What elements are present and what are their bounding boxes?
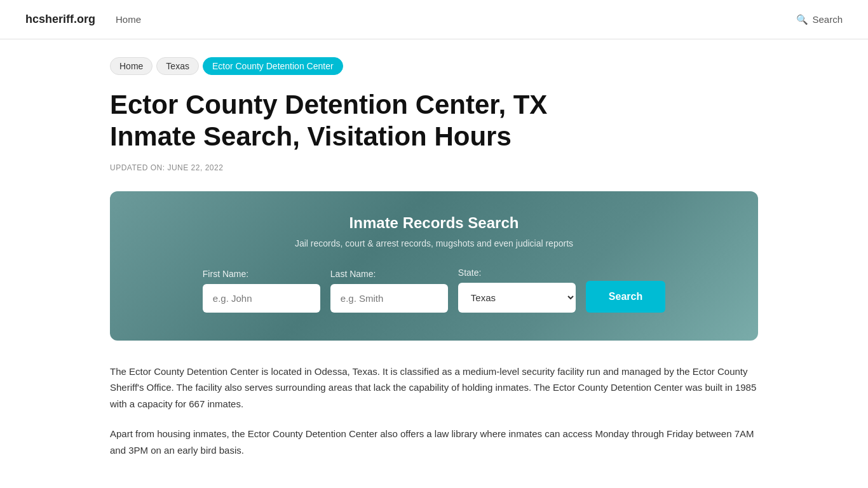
- search-button[interactable]: Search: [586, 281, 665, 313]
- state-group: State: Texas Alabama Alaska Arizona Arka…: [458, 268, 576, 313]
- breadcrumb-home[interactable]: Home: [110, 57, 153, 75]
- nav-home-link[interactable]: Home: [116, 14, 141, 25]
- search-icon: 🔍: [796, 14, 808, 25]
- search-widget-title: Inmate Records Search: [135, 214, 733, 232]
- last-name-group: Last Name:: [330, 269, 448, 313]
- body-paragraph-2: Apart from housing inmates, the Ector Co…: [110, 426, 758, 458]
- breadcrumb: Home Texas Ector County Detention Center: [110, 57, 758, 75]
- breadcrumb-texas[interactable]: Texas: [156, 57, 199, 75]
- navbar-search[interactable]: 🔍 Search: [796, 14, 843, 25]
- site-logo[interactable]: hcsheriff.org: [25, 13, 95, 26]
- search-form: First Name: Last Name: State: Texas Alab…: [135, 268, 733, 313]
- main-content: Home Texas Ector County Detention Center…: [85, 39, 783, 488]
- state-label: State:: [458, 268, 576, 278]
- first-name-group: First Name:: [203, 269, 320, 313]
- first-name-input[interactable]: [203, 284, 320, 313]
- state-select[interactable]: Texas Alabama Alaska Arizona Arkansas Ca…: [458, 283, 576, 313]
- navbar: hcsheriff.org Home 🔍 Search: [0, 0, 868, 39]
- navbar-left: hcsheriff.org Home: [25, 13, 141, 26]
- last-name-input[interactable]: [330, 284, 448, 313]
- updated-date: UPDATED ON: JUNE 22, 2022: [110, 163, 758, 172]
- search-widget-subtitle: Jail records, court & arrest records, mu…: [135, 238, 733, 248]
- breadcrumb-current: Ector County Detention Center: [203, 57, 343, 75]
- page-title: Ector County Detention Center, TX Inmate…: [110, 89, 606, 153]
- body-paragraph-1: The Ector County Detention Center is loc…: [110, 363, 758, 412]
- first-name-label: First Name:: [203, 269, 320, 279]
- navbar-search-label[interactable]: Search: [812, 14, 843, 25]
- search-widget: Inmate Records Search Jail records, cour…: [110, 191, 758, 341]
- last-name-label: Last Name:: [330, 269, 448, 279]
